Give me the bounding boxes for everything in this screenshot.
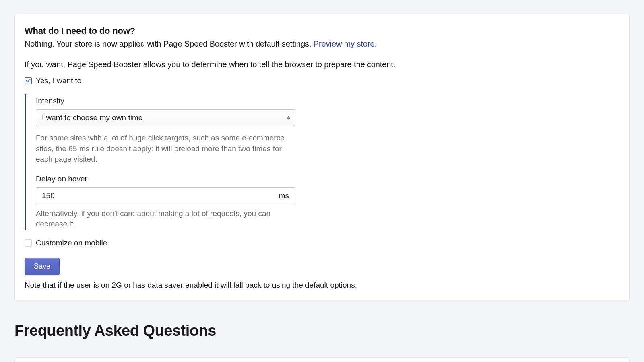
mobile-checkbox-label: Customize on mobile bbox=[36, 239, 107, 247]
check-icon bbox=[26, 78, 31, 83]
delay-input[interactable] bbox=[36, 187, 273, 204]
save-button[interactable]: Save bbox=[25, 258, 60, 275]
card-heading: What do I need to do now? bbox=[25, 26, 619, 36]
delay-label: Delay on hover bbox=[36, 175, 319, 183]
faq-heading: Frequently Asked Questions bbox=[14, 322, 630, 339]
intensity-select-wrap: I want to choose my own time bbox=[36, 109, 295, 126]
delay-input-row: ms bbox=[36, 187, 295, 204]
intensity-help: For some sites with a lot of huge click … bbox=[36, 133, 293, 165]
settings-block: Intensity I want to choose my own time F… bbox=[25, 94, 319, 230]
yes-checkbox[interactable] bbox=[25, 77, 32, 84]
card-subtext-prefix: Nothing. Your store is now applied with … bbox=[25, 39, 314, 48]
intensity-label: Intensity bbox=[36, 97, 319, 105]
yes-checkbox-row: Yes, I want to bbox=[25, 76, 619, 85]
note-text: Note that if the user is on 2G or has da… bbox=[25, 281, 619, 290]
intensity-select[interactable]: I want to choose my own time bbox=[36, 109, 295, 126]
mobile-checkbox[interactable] bbox=[25, 239, 32, 247]
card-subtext: Nothing. Your store is now applied with … bbox=[25, 39, 619, 49]
preview-store-link[interactable]: Preview my store. bbox=[314, 39, 377, 48]
intro-line: If you want, Page Speed Booster allows y… bbox=[25, 60, 619, 69]
faq-item-1[interactable]: What next do I need to do after installa… bbox=[14, 357, 630, 362]
delay-help: Alternatively, if you don't care about m… bbox=[36, 208, 293, 230]
delay-suffix: ms bbox=[273, 187, 295, 204]
yes-checkbox-label: Yes, I want to bbox=[36, 76, 81, 85]
mobile-checkbox-row: Customize on mobile bbox=[25, 239, 619, 247]
settings-card: What do I need to do now? Nothing. Your … bbox=[14, 14, 630, 300]
